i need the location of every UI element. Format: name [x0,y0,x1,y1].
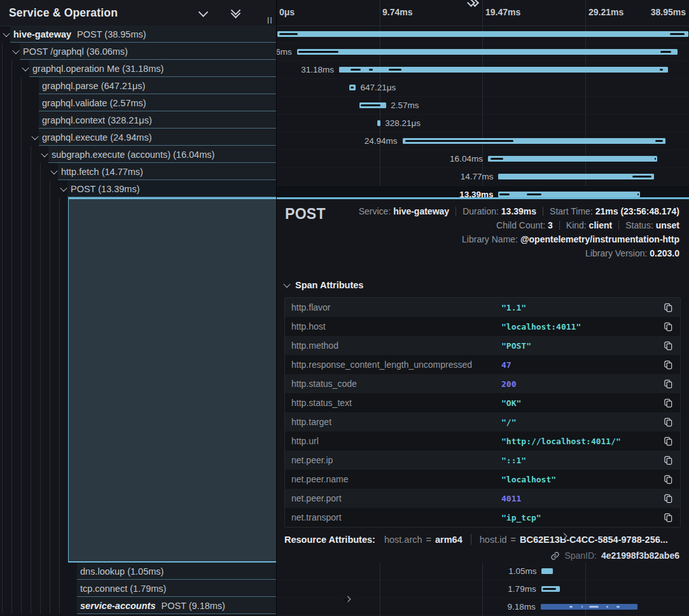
span-bar[interactable] [359,102,387,108]
timeline-ruler[interactable]: 0μs 9.74ms 19.47ms 29.21ms 38.95ms [277,0,689,26]
collapse-one-icon[interactable] [196,6,211,20]
pane-resize-handle[interactable]: || [267,16,273,24]
span-row-service-accounts-post[interactable]: service-accountsPOST (9.18ms) [0,597,276,614]
child-span-mark [351,69,361,71]
attribute-row: http.target"/" [285,412,680,431]
timeline-row-graphql-validate: 2.57ms [277,97,689,115]
resource-divider [471,534,471,545]
child-span-mark [581,606,583,608]
span-row-dns-lookup[interactable]: dns.lookup (1.05ms) [0,563,276,580]
copy-icon[interactable] [662,302,674,314]
expand-one-icon[interactable] [216,10,223,16]
row-content: graphql.execute (24.94ms) [31,129,152,146]
timeline-row-tcp-connect: 1.79ms [277,580,689,598]
span-row-subgraph-execute-accounts[interactable]: subgraph.execute (accounts) (16.04ms) [0,146,276,163]
copy-icon[interactable] [662,435,674,447]
span-attributes-header[interactable]: Span Attributes [284,278,681,292]
chevron-down-icon[interactable] [3,29,10,36]
span-row-http-fetch[interactable]: http.fetch (14.77ms) [0,163,276,180]
resource-attributes-row[interactable]: Resource Attributes: host.arch=arm64host… [284,534,668,545]
chevron-down-icon[interactable] [50,167,57,174]
span-tree-top: hive-gatewayPOST (38.95ms)POST /graphql … [0,25,276,197]
timeline-row-http-fetch: 14.77ms [277,168,689,186]
copy-icon[interactable] [662,321,674,333]
link-icon[interactable] [550,551,560,561]
meta-label: Start Time: [550,206,595,216]
chevron-down-icon[interactable] [12,46,19,53]
meta-label: Duration: [463,206,501,216]
expand-all-icon[interactable] [248,10,256,16]
attribute-value: 47 [501,360,512,370]
span-bar[interactable] [339,67,668,73]
attribute-key: net.peer.port [285,493,501,503]
resource-attributes-label: Resource Attributes: [284,535,375,545]
detail-meta-line: Child Count: 3Kind: clientStatus: unset [359,220,679,234]
span-bar[interactable] [541,568,552,574]
span-bar[interactable] [403,138,666,144]
span-bar[interactable] [498,192,639,197]
copy-icon[interactable] [662,473,674,486]
equals-sign: = [426,535,431,545]
child-span-mark [405,140,513,142]
child-span-mark [499,193,510,195]
chevron-down-icon[interactable] [22,64,29,71]
duration-label: 24.94ms [365,132,398,150]
attribute-key: http.url [285,436,501,446]
row-content: graphql.context (328.21μs) [31,111,152,129]
copy-icon[interactable] [662,512,674,524]
span-row-post-graphql[interactable]: POST /graphql (36.06ms) [0,43,276,60]
expander-slot [50,169,57,174]
copy-icon[interactable] [662,378,674,390]
span-bar[interactable] [377,120,380,126]
span-row-graphql-operation-me[interactable]: graphql.operation Me (31.18ms) [0,60,276,77]
timeline-row-graphql-parse: 647.21μs [277,79,689,97]
span-bar[interactable] [488,156,657,162]
copy-icon[interactable] [662,493,674,505]
span-bar[interactable] [297,49,678,55]
duration-label: 31.18ms [301,61,334,78]
copy-icon[interactable] [662,416,674,428]
span-row-tcp-connect[interactable]: tcp.connect (1.79ms) [0,580,276,597]
row-content: graphql.validate (2.57ms) [31,94,146,111]
span-row-graphql-execute[interactable]: graphql.execute (24.94ms) [0,129,276,146]
resource-key: host.arch [384,535,422,545]
row-content: graphql.parse (647.21μs) [31,77,145,94]
span-bar[interactable] [541,586,560,592]
copy-icon[interactable] [662,340,674,352]
chevron-down-icon[interactable] [41,150,48,157]
copy-icon[interactable] [662,397,674,409]
span-row-graphql-context[interactable]: graphql.context (328.21μs) [0,111,276,129]
span-row-graphql-parse[interactable]: graphql.parse (647.21μs) [0,77,276,94]
timeline-pane: 0μs 9.74ms 19.47ms 29.21ms 38.95ms 38.95… [276,0,689,616]
duration-label: 328.21μs [385,115,421,132]
copy-icon[interactable] [662,359,674,371]
operation-label: http.fetch (14.77ms) [61,167,143,177]
span-bar[interactable] [498,174,654,179]
child-span-mark [655,140,663,142]
operation-label: graphql.validate (2.57ms) [42,98,146,108]
meta-value: @opentelemetry/instrumentation-http [520,234,679,244]
chevron-down-icon [283,281,290,288]
child-span-mark [361,104,380,106]
collapse-all-icon[interactable] [228,4,243,21]
span-tree-bottom: dns.lookup (1.05ms)tcp.connect (1.79ms)s… [0,563,276,614]
span-row-graphql-validate[interactable]: graphql.validate (2.57ms) [0,94,276,111]
chevron-down-icon[interactable] [31,132,38,139]
row-content: POST (13.39ms) [60,180,140,197]
copy-icon[interactable] [662,454,674,466]
span-row-hive-gateway-post[interactable]: hive-gatewayPOST (38.95ms) [0,25,276,43]
span-bar[interactable] [277,31,688,37]
detail-meta: Service: hive-gatewayDuration: 13.39msSt… [359,206,679,262]
span-bar[interactable] [541,604,637,610]
chevron-down-icon[interactable] [60,184,67,191]
detail-indent-panel [0,197,276,563]
attribute-row: net.transport"ip_tcp" [285,508,680,527]
operation-label: POST (38.95ms) [77,29,146,39]
resource-value: BC62E13B-C4CC-5854-9788-256... [520,535,668,545]
timeline-row-subgraph-execute-accounts: 16.04ms [277,150,689,168]
span-row-post[interactable]: POST (13.39ms) [0,180,276,197]
attribute-value: 4011 [501,494,521,503]
meta-value: 21ms (23:56:48.174) [595,206,679,216]
span-detail-panel: POST Service: hive-gatewayDuration: 13.3… [277,197,689,563]
span-bar[interactable] [349,85,356,90]
